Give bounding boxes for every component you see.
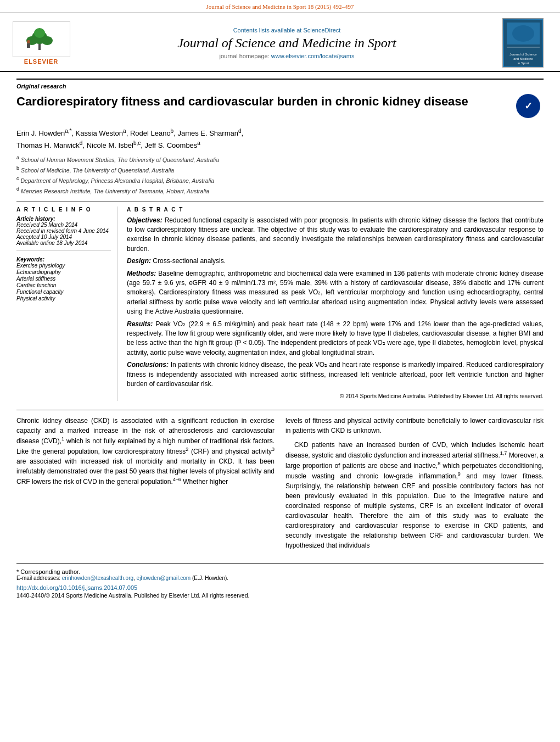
footnotes-section: * Corresponding author. E-mail addresses… [16, 564, 544, 602]
affiliations-section: a School of Human Movement Studies, The … [16, 154, 544, 196]
journal-title-center: Contents lists available at ScienceDirec… [71, 27, 502, 59]
keyword-1: Exercise physiology [16, 263, 111, 269]
svg-point-4 [34, 28, 45, 38]
body-para-2: levels of fitness and physical activity … [285, 416, 544, 436]
keyword-2: Echocardiography [16, 269, 111, 275]
svg-point-9 [512, 25, 534, 42]
abstract-objectives: Objectives: Reduced functional capacity … [127, 216, 544, 254]
journal-cover-image: Journal of Science and Medicine in Sport [502, 18, 544, 68]
results-label: Results: [127, 320, 153, 328]
authors-line: Erin J. Howdena,*, Kassia Westona, Rodel… [16, 127, 544, 151]
methods-label: Methods: [127, 270, 156, 277]
conclusions-text: In patients with chronic kidney disease,… [127, 361, 544, 388]
objectives-text: Reduced functional capacity is associate… [127, 216, 544, 253]
email-label: E-mail addresses: [16, 575, 60, 581]
history-label: Article history: [16, 216, 111, 222]
affiliation-d: d Menzies Research Institute, The Univer… [16, 186, 544, 196]
affiliation-a: a School of Human Movement Studies, The … [16, 154, 544, 164]
abstract-results: Results: Peak VO₂ (22.9 ± 6.5 ml/kg/min)… [127, 320, 544, 358]
design-text: Cross-sectional analysis. [153, 257, 226, 265]
svg-text:in Sport: in Sport [517, 62, 529, 65]
cover-svg: Journal of Science and Medicine in Sport [504, 20, 542, 66]
svg-point-3 [42, 36, 53, 45]
body-section: Chronic kidney disease (CKD) is associat… [16, 410, 544, 555]
author-name-footnote: (E.J. Howden). [192, 575, 228, 581]
article-history-section: Article history: Received 25 March 2014 … [16, 216, 111, 251]
results-text: Peak VO₂ (22.9 ± 6.5 ml/kg/min) and peak… [127, 320, 544, 356]
contents-available-text: Contents lists available at ScienceDirec… [77, 27, 497, 34]
journal-name-heading: Journal of Science and Medicine in Sport [77, 36, 497, 51]
email-addresses-note: E-mail addresses: erinhowden@texashealth… [16, 575, 544, 581]
elsevier-logo-svg [16, 25, 66, 53]
journal-homepage-line: journal homepage: www.elsevier.com/locat… [77, 53, 497, 59]
abstract-header: A B S T R A C T [127, 207, 544, 213]
revised-date: Received in revised form 4 June 2014 [16, 228, 111, 234]
journal-header: ELSEVIER Contents lists available at Sci… [0, 13, 560, 72]
accepted-date: Accepted 10 July 2014 [16, 234, 111, 240]
svg-text:✓: ✓ [524, 101, 533, 111]
article-info-header: A R T I C L E I N F O [16, 207, 111, 213]
email-link-2[interactable]: ejhowden@gmail.com [137, 575, 191, 581]
email-link-1[interactable]: erinhowden@texashealth.org [62, 575, 133, 581]
svg-text:Journal of Science: Journal of Science [509, 53, 537, 56]
article-title: Cardiorespiratory fitness and cardiovasc… [16, 94, 468, 110]
online-date: Available online 18 July 2014 [16, 240, 111, 246]
elsevier-logo-box [13, 21, 70, 57]
sciencedirect-link[interactable]: ScienceDirect [303, 27, 340, 34]
keywords-label: Keywords: [16, 256, 111, 263]
body-two-col: Chronic kidney disease (CKD) is associat… [16, 416, 544, 555]
body-para-3: CKD patients have an increased burden of… [285, 440, 544, 550]
abstract-conclusions: Conclusions: In patients with chronic ki… [127, 360, 544, 389]
elsevier-wordmark: ELSEVIER [24, 58, 58, 65]
abstract-design: Design: Cross-sectional analysis. [127, 256, 544, 266]
affiliation-c: c Department of Nephrology, Princess Ale… [16, 175, 544, 185]
keyword-3: Arterial stiffness [16, 276, 111, 282]
keyword-6: Physical activity [16, 295, 111, 302]
body-col-left: Chronic kidney disease (CKD) is associat… [16, 416, 275, 555]
objectives-label: Objectives: [127, 216, 163, 224]
svg-rect-6 [27, 43, 30, 48]
received-date: Received 25 March 2014 [16, 222, 111, 228]
corresponding-author-note: * Corresponding author. [16, 568, 544, 575]
methods-text: Baseline demographic, anthropometric and… [127, 270, 544, 316]
design-label: Design: [127, 257, 151, 265]
crossmark-logo[interactable]: ✓ [516, 94, 544, 121]
doi-line: http://dx.doi.org/10.1016/j.jsams.2014.0… [16, 584, 544, 591]
article-info-column: A R T I C L E I N F O Article history: R… [16, 207, 118, 401]
affiliation-b: b School of Medicine, The University of … [16, 165, 544, 175]
doi-link[interactable]: http://dx.doi.org/10.1016/j.jsams.2014.0… [16, 584, 137, 591]
thomas-author: Thomas [16, 141, 42, 149]
article-title-row: Cardiorespiratory fitness and cardiovasc… [16, 94, 544, 121]
page: Journal of Science and Medicine in Sport… [0, 0, 560, 742]
crossmark-icon[interactable]: ✓ [516, 94, 540, 118]
article-type-label: Original research [16, 79, 544, 90]
abstract-methods: Methods: Baseline demographic, anthropom… [127, 269, 544, 317]
rights-line: 1440-2440/© 2014 Sports Medicine Austral… [16, 592, 544, 599]
svg-text:and Medicine: and Medicine [513, 57, 533, 60]
keyword-4: Cardiac function [16, 282, 111, 288]
conclusions-label: Conclusions: [127, 361, 169, 369]
journal-citation: Journal of Science and Medicine in Sport… [206, 3, 354, 10]
svg-point-5 [27, 40, 30, 43]
homepage-url-link[interactable]: www.elsevier.com/locate/jsams [271, 53, 355, 59]
body-para-1: Chronic kidney disease (CKD) is associat… [16, 416, 275, 487]
journal-citation-bar: Journal of Science and Medicine in Sport… [0, 0, 560, 13]
keyword-5: Functional capacity [16, 289, 111, 295]
article-content: Original research Cardiorespiratory fitn… [0, 72, 560, 602]
keywords-section: Keywords: Exercise physiology Echocardio… [16, 256, 111, 302]
abstract-copyright: © 2014 Sports Medicine Australia. Publis… [127, 392, 544, 400]
abstract-text: Objectives: Reduced functional capacity … [127, 216, 544, 401]
elsevier-logo-section: ELSEVIER [11, 21, 71, 65]
body-col-right: levels of fitness and physical activity … [285, 416, 544, 555]
article-info-abstract-section: A R T I C L E I N F O Article history: R… [16, 202, 544, 401]
abstract-column: A B S T R A C T Objectives: Reduced func… [127, 207, 544, 401]
